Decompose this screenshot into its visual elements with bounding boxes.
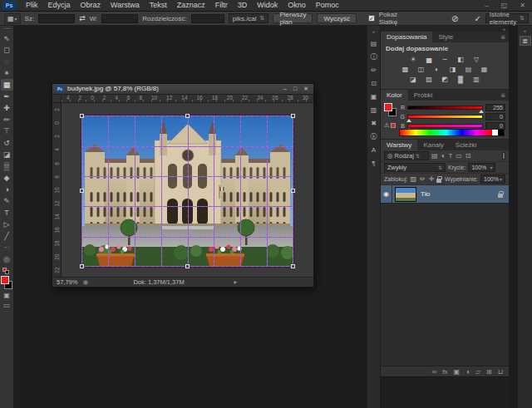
posterize-icon[interactable]: ▨: [423, 75, 435, 84]
default-colors-icon[interactable]: [2, 268, 11, 274]
eraser-tool[interactable]: ◪: [1, 149, 13, 160]
vibrance-icon[interactable]: ▽: [470, 55, 482, 64]
gamut-warning[interactable]: ⚠: [384, 122, 396, 129]
foreground-color-swatch[interactable]: [1, 276, 9, 284]
blue-slider[interactable]: [407, 124, 483, 128]
info-panel-icon[interactable]: ⓘ: [367, 51, 380, 62]
threshold-icon[interactable]: ◩: [439, 75, 451, 84]
selective-color-icon[interactable]: ▥: [470, 75, 482, 84]
menu-tekst[interactable]: Tekst: [145, 0, 172, 11]
photo-canvas[interactable]: [81, 116, 293, 267]
tool-presets-panel-icon[interactable]: ✖: [367, 117, 380, 129]
lock-all-icon[interactable]: [436, 179, 441, 183]
red-value[interactable]: 255: [485, 104, 505, 111]
status-arrow-icon[interactable]: ►: [233, 278, 239, 286]
hand-tool[interactable]: ☜: [1, 242, 13, 253]
doc-close-button[interactable]: ✕: [303, 86, 308, 92]
channel-mixer-icon[interactable]: ▤: [463, 65, 475, 74]
workspace-switcher[interactable]: Istotne elementy ⇅: [485, 13, 529, 23]
history-panel-icon[interactable]: ≣: [520, 36, 531, 46]
swap-dimensions-icon[interactable]: ⇄: [79, 14, 86, 22]
panel-menu-icon[interactable]: ≣: [500, 90, 509, 101]
collapse-arrows-icon[interactable]: «: [524, 28, 526, 33]
crop-handle[interactable]: [291, 114, 295, 118]
menu-pomoc[interactable]: Pomoc: [311, 0, 344, 11]
kuler-panel-icon[interactable]: ⓚ: [367, 130, 380, 142]
group-icon[interactable]: ▱: [475, 368, 480, 376]
show-grid-checkbox[interactable]: ✓: [368, 15, 375, 22]
minimize-button[interactable]: –: [485, 2, 488, 9]
menu-edycja[interactable]: Edycja: [43, 0, 76, 11]
white-chip[interactable]: [492, 130, 498, 135]
lock-pixels-icon[interactable]: ✏: [420, 175, 426, 183]
clone-source-panel-icon[interactable]: ⊡: [367, 77, 380, 89]
filter-type-select[interactable]: ◎ Rodzaj ⇅: [384, 151, 429, 160]
foreground-color-swatch[interactable]: [384, 103, 392, 111]
color-lookup-icon[interactable]: ▦: [479, 65, 490, 74]
black-chip[interactable]: [498, 130, 504, 135]
visibility-eye-icon[interactable]: ◉: [381, 185, 392, 203]
panel-menu-icon[interactable]: ≣: [500, 32, 509, 42]
green-value[interactable]: 0: [485, 113, 505, 120]
styles-panel-icon[interactable]: ▣: [367, 91, 380, 102]
adjustment-filter-icon[interactable]: ◖: [441, 152, 446, 160]
smart-object-filter-icon[interactable]: ⊡: [466, 152, 471, 160]
tab-kolor[interactable]: Kolor: [381, 90, 408, 101]
tab-style[interactable]: Style: [432, 32, 459, 42]
brush-tool[interactable]: ✏: [1, 114, 13, 125]
brightness-contrast-icon[interactable]: ☀: [407, 55, 419, 64]
zoom-level[interactable]: 57,79%: [57, 278, 77, 286]
path-selection-tool[interactable]: ▷: [1, 219, 13, 230]
red-slider[interactable]: [407, 106, 483, 110]
vertical-ruler[interactable]: 20246810121416182022: [52, 103, 62, 277]
clone-stamp-tool[interactable]: ⊤: [1, 125, 13, 137]
tool-preset-picker[interactable]: ▦ ▾: [4, 13, 21, 24]
menu-warstwa[interactable]: Warstwa: [106, 0, 145, 11]
new-layer-icon[interactable]: ⊞: [486, 368, 492, 376]
slider-handle[interactable]: [406, 119, 411, 122]
restore-button[interactable]: ◱: [501, 2, 508, 9]
type-tool[interactable]: T: [1, 207, 13, 219]
character-panel-icon[interactable]: A: [367, 144, 380, 155]
menu-filtr[interactable]: Filtr: [210, 0, 233, 11]
marquee-tool[interactable]: ◻: [1, 44, 13, 56]
gradient-map-icon[interactable]: ▓: [455, 75, 466, 84]
healing-brush-tool[interactable]: ✚: [1, 102, 13, 114]
invert-icon[interactable]: ◪: [407, 75, 419, 84]
slider-handle[interactable]: [479, 110, 484, 113]
tab-dopasowania[interactable]: Dopasowania: [381, 32, 432, 42]
blur-tool[interactable]: ◆: [1, 172, 13, 184]
doc-minimize-button[interactable]: –: [283, 86, 287, 92]
history-brush-tool[interactable]: ↺: [1, 137, 13, 149]
magic-wand-tool[interactable]: ✶: [1, 67, 13, 79]
black-white-icon[interactable]: ◐: [431, 65, 443, 74]
close-button[interactable]: ✕: [520, 2, 525, 9]
opacity-input[interactable]: 100% ▾: [468, 163, 495, 172]
curves-icon[interactable]: ∼: [439, 55, 451, 64]
crop-grid-overlay[interactable]: [81, 116, 293, 267]
crop-handle[interactable]: [80, 264, 84, 268]
document-title-bar[interactable]: Ps budynek.jpg @ 57,8% (RGB/8) – □ ✕: [52, 84, 313, 95]
layer-thumbnail[interactable]: [395, 187, 416, 202]
pixel-filter-icon[interactable]: ▤: [431, 152, 438, 160]
levels-icon[interactable]: ▅: [423, 55, 435, 64]
tab-warstwy[interactable]: Warstwy: [381, 140, 417, 150]
photo-filter-icon[interactable]: ◨: [447, 65, 459, 74]
crop-handle[interactable]: [291, 264, 295, 268]
adjustment-icon[interactable]: ◑: [466, 368, 470, 376]
commit-crop-icon[interactable]: ✓: [474, 14, 480, 23]
collapse-arrows-icon[interactable]: «: [503, 27, 505, 32]
menu-widok[interactable]: Widok: [252, 0, 283, 11]
horizontal-ruler[interactable]: 42024681012141618202224262830: [62, 95, 313, 104]
history-panel-icon[interactable]: ▤: [367, 37, 380, 49]
height-input[interactable]: [101, 14, 138, 23]
link-icon[interactable]: ∞: [432, 368, 437, 376]
line-tool[interactable]: ╱: [1, 230, 13, 242]
layer-row-tlo[interactable]: ◉ Tło: [381, 185, 509, 204]
panel-grip[interactable]: [3, 28, 11, 30]
gradient-tool[interactable]: ▒: [1, 160, 13, 172]
paragraph-panel-icon[interactable]: ¶: [367, 157, 380, 169]
menu-obraz[interactable]: Obraz: [76, 0, 106, 11]
spectrum-ramp[interactable]: [400, 130, 492, 135]
zoom-tool[interactable]: ◎: [1, 253, 13, 265]
